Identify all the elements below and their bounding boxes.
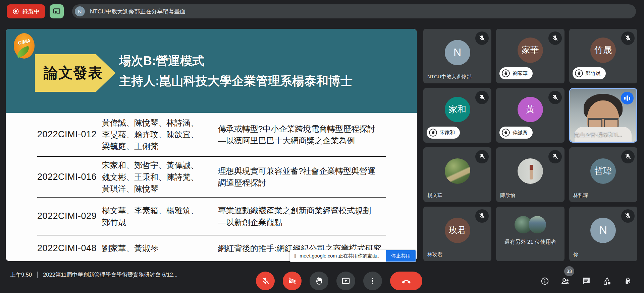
- paper-title: 傳承或轉型?中小企業跨境電商轉型歷程探討 —以獲阿里巴巴十大網商獎之企業為例: [218, 123, 386, 146]
- raised-hand-pill: 宋家和: [427, 127, 460, 139]
- info-icon: [540, 277, 549, 286]
- participant-tile-video[interactable]: 崑山企管-楊泰和Ti...: [569, 88, 637, 143]
- sharing-toast: ‖ meet.google.com 正在共用你的畫面。 停止共用: [290, 250, 416, 262]
- participant-name: 偉誠黃: [513, 130, 528, 136]
- toast-drag-handle[interactable]: ‖: [294, 253, 296, 259]
- paper-authors: 黃偉誠、陳悅琴、林詩涵、 李旻薐、賴卉玟、陳歆宜、 梁毓庭、王俐梵: [102, 117, 218, 152]
- table-row: 2022CIMI-016 宋家和、鄭哲宇、黃偉誠、 魏文彬、王秉和、陳詩梵、 黃…: [37, 157, 386, 198]
- hand-icon: [314, 276, 324, 286]
- paper-authors: 楊文華、李素箱、楊雅筑、 鄭竹晟: [102, 205, 218, 228]
- participant-tile[interactable]: 家華 劉家華: [496, 29, 564, 83]
- participant-name: 劉家華: [513, 70, 528, 77]
- camera-off-icon: [288, 277, 297, 285]
- mic-off-button[interactable]: [256, 272, 275, 290]
- paper-id: 2022CIMI-012: [37, 129, 102, 140]
- paper-id: 2022CIMI-016: [37, 172, 102, 182]
- mic-off-icon: [548, 150, 562, 163]
- participant-tile[interactable]: 楊文華: [423, 147, 491, 202]
- camera-off-button[interactable]: [283, 272, 302, 290]
- participant-count-badge: 33: [564, 266, 574, 276]
- logo-text: CIMA: [13, 37, 35, 47]
- raised-hand-pill: 偉誠黃: [499, 127, 533, 139]
- raise-hand-button[interactable]: [310, 272, 328, 290]
- avatar: 家華: [518, 38, 543, 63]
- recording-label: 錄製中: [22, 8, 40, 15]
- participant-tile[interactable]: 陳欣怡: [496, 147, 564, 202]
- mic-off-icon: [621, 209, 635, 223]
- recording-indicator: 錄製中: [7, 4, 45, 18]
- avatar: N: [445, 40, 470, 65]
- activities-button[interactable]: [599, 272, 615, 290]
- top-bar: 錄製中 N NTCU中教大進修部正在分享螢幕畫面: [0, 0, 644, 23]
- devices-icon: [52, 7, 61, 16]
- paper-authors: 宋家和、鄭哲宇、黃偉誠、 魏文彬、王秉和、陳詩梵、 黃琪洋、陳悅琴: [102, 159, 218, 195]
- session-titles: 場次B:營運模式 主持人:崑山科技大學企業管理系楊泰和博士: [119, 51, 353, 91]
- overflow-avatars: [515, 216, 546, 233]
- meeting-details-button[interactable]: [537, 272, 553, 290]
- participant-name: 楊文華: [427, 192, 442, 199]
- avatar: N: [590, 218, 616, 243]
- paper-id: 2022CIMI-029: [37, 211, 102, 221]
- mic-off-icon: [475, 150, 489, 163]
- clock: 上午9:50: [10, 271, 32, 279]
- raised-hand-icon: [429, 128, 437, 137]
- overflow-count-label: 還有另外 21 位使用者: [496, 239, 564, 246]
- session-title-line1: 場次B:營運模式: [119, 51, 353, 71]
- speaking-indicator-icon: [621, 92, 634, 104]
- shared-screen-slide: CIMA 論文發表 場次B:營運模式 主持人:崑山科技大學企業管理系楊泰和博士 …: [6, 29, 417, 261]
- end-call-button[interactable]: [390, 272, 422, 290]
- avatar-photo: [518, 158, 543, 184]
- meeting-title: 2022第11屆中華創新管理學會學術暨實務研討會 6/12...: [43, 271, 177, 279]
- host-controls-button[interactable]: [620, 272, 636, 290]
- chat-icon: [582, 276, 591, 286]
- divider: [37, 272, 38, 278]
- avatar: 竹晟: [590, 38, 616, 63]
- paper-title: 專業運動織襪產業之創新商業經營模式規劃 —以新創企業觀點: [218, 205, 386, 228]
- raised-hand-icon: [501, 69, 510, 78]
- participants-button[interactable]: 33: [557, 272, 574, 290]
- participant-grid: N NTCU中教大進修部 家華 劉家華 竹晟 鄭竹晟 家和: [423, 29, 637, 261]
- session-badge-label: 論文發表: [44, 63, 103, 83]
- participant-tile[interactable]: N NTCU中教大進修部: [423, 29, 491, 83]
- participant-tile-self[interactable]: N 你: [569, 207, 637, 261]
- session-badge: 論文發表: [35, 54, 115, 92]
- participant-name: 你: [573, 251, 578, 258]
- stop-sharing-button[interactable]: 停止共用: [386, 250, 416, 262]
- present-screen-button[interactable]: [336, 272, 355, 290]
- meeting-panel-buttons: 33: [537, 272, 636, 290]
- participant-name: 宋家和: [440, 130, 455, 136]
- participant-name: 林哲瑋: [573, 192, 588, 199]
- activities-icon: [602, 276, 612, 286]
- mic-off-icon: [475, 91, 489, 104]
- mic-off-icon: [548, 91, 562, 104]
- avatar: 黃: [518, 97, 543, 122]
- screen-share-device-button[interactable]: [50, 4, 64, 18]
- avatar: 哲瑋: [590, 158, 616, 184]
- raised-hand-icon: [501, 128, 510, 137]
- participant-name: 林玫君: [427, 251, 442, 258]
- avatar: 家和: [445, 97, 470, 122]
- screen-share-banner: N NTCU中教大進修部正在分享螢幕畫面: [72, 4, 636, 18]
- slide-header: CIMA 論文發表 場次B:營運模式 主持人:崑山科技大學企業管理系楊泰和博士: [6, 29, 417, 113]
- end-call-icon: [401, 276, 411, 286]
- participant-tile[interactable]: 黃 偉誠黃: [496, 88, 564, 143]
- raised-hand-pill: 劉家華: [499, 67, 533, 79]
- mic-off-icon: [475, 209, 489, 223]
- session-title-line2: 主持人:崑山科技大學企業管理系楊泰和博士: [119, 71, 353, 91]
- participant-tile[interactable]: 玫君 林玫君: [423, 207, 491, 261]
- participant-tile[interactable]: 哲瑋 林哲瑋: [569, 147, 637, 202]
- mic-off-icon: [621, 150, 635, 163]
- host-lock-icon: [623, 276, 633, 286]
- mic-off-icon: [548, 31, 562, 45]
- table-row: 2022CIMI-012 黃偉誠、陳悅琴、林詩涵、 李旻薐、賴卉玟、陳歆宜、 梁…: [37, 113, 386, 157]
- call-controls: [256, 272, 422, 290]
- chat-button[interactable]: [578, 272, 594, 290]
- mic-off-icon: [621, 31, 635, 45]
- toast-text: meet.google.com 正在共用你的畫面。: [300, 253, 382, 259]
- participant-tile[interactable]: 家和 宋家和: [423, 88, 491, 143]
- participant-name: 陳欣怡: [500, 192, 515, 199]
- participant-tile[interactable]: 竹晟 鄭竹晟: [569, 29, 637, 83]
- more-options-button[interactable]: [363, 272, 382, 290]
- participant-tile-overflow[interactable]: 還有另外 21 位使用者: [496, 207, 564, 261]
- mic-off-icon: [261, 277, 270, 285]
